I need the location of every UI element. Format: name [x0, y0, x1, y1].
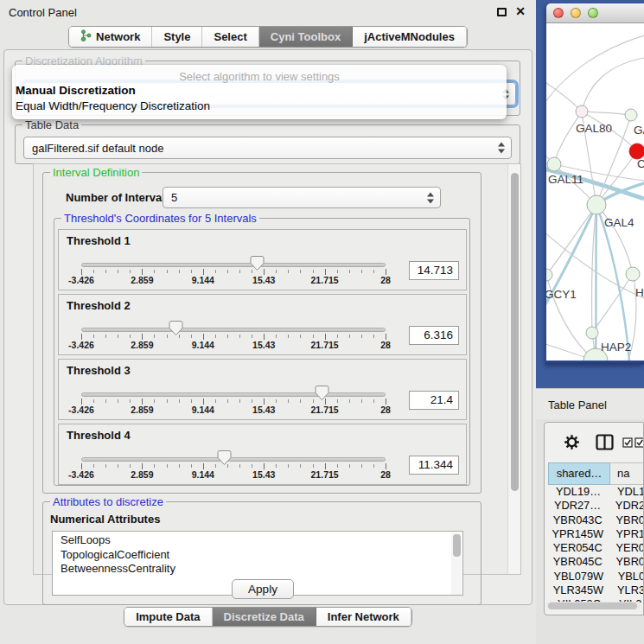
scrollbar-thumb[interactable]: [511, 173, 519, 491]
column-header-name[interactable]: na: [610, 462, 644, 485]
algorithm-dropdown-popup: Select algorithm to view settings Manual…: [12, 65, 507, 119]
node-gal4[interactable]: [587, 195, 606, 214]
attribute-list-item[interactable]: BetweennessCentrality: [61, 562, 462, 577]
tab-segment[interactable]: Network: [69, 27, 152, 47]
slider-track[interactable]: [81, 392, 386, 397]
scrollbar-thumb[interactable]: [548, 603, 637, 609]
slider-track[interactable]: [81, 457, 386, 462]
threshold-panel: Threshold 4 -3.4262.8599.14415.4321.7152…: [58, 424, 467, 485]
label-gal11: GAL11: [548, 173, 583, 186]
table-row[interactable]: YBR043C YBR0: [548, 513, 644, 527]
tab-label: Select: [214, 30, 246, 43]
thresholds-group: Threshold's Coordinates for 5 Intervals …: [54, 218, 470, 486]
table-panel-titlebar: Table Panel: [536, 388, 644, 419]
split-columns-icon[interactable]: [596, 434, 614, 450]
mode-tab-label: Infer Network: [328, 610, 399, 623]
table-horizontal-scrollbar[interactable]: [547, 602, 641, 609]
desktop-background: GAL80 GA C GAL11 GAL4 GCY1 H HAP2: [536, 0, 644, 388]
table-data-group: Table Data galFiltered.sif default node: [15, 124, 520, 164]
interval-definition-group: Interval Definition Number of Intervals …: [42, 172, 481, 494]
table-rows: YDL19… YDL1 YDR27… YDR2 YBR043C YBR0: [548, 485, 644, 603]
threshold-panel: Threshold 1 -3.4262.8599.14415.4321.7152…: [58, 229, 467, 290]
table-data-selected-value: galFiltered.sif default node: [32, 142, 163, 155]
threshold-panel: Threshold 2 -3.4262.8599.14415.4321.7152…: [58, 294, 467, 355]
table-row[interactable]: YER054C YER0: [548, 541, 644, 555]
algorithm-option-equal-width[interactable]: Equal Width/Frequency Discretization: [12, 99, 507, 114]
column-header-shared-name[interactable]: shared…: [548, 462, 610, 485]
gear-icon[interactable]: [564, 434, 580, 450]
scrollbar-thumb[interactable]: [453, 534, 461, 557]
cell-shared-name: YPR145W: [548, 527, 608, 541]
node-gal11[interactable]: [547, 157, 561, 171]
apply-button[interactable]: Apply: [232, 579, 294, 599]
table-panel-body: shared… na YDL19… YDL1 YDR27… YDR2 Y: [536, 419, 644, 644]
label-gal4: GAL4: [604, 216, 634, 229]
label-gcy1: GCY1: [546, 288, 577, 301]
attribute-list-item[interactable]: SelfLoops: [61, 533, 462, 548]
attribute-list-item[interactable]: TopologicalCoefficient: [61, 548, 462, 563]
threshold-panel: Threshold 3 -3.4262.8599.14415.4321.7152…: [58, 359, 467, 420]
app-root: Control Panel ✕ Network Style Select: [0, 0, 644, 644]
table-row[interactable]: YBL079W YBL0: [548, 570, 644, 583]
cell-name: YPR1: [608, 527, 644, 541]
network-window-titlebar[interactable]: [546, 3, 644, 23]
slider-track[interactable]: [81, 328, 386, 332]
interval-definition-label: Interval Definition: [50, 166, 142, 179]
label-c: C: [637, 157, 644, 170]
checkbox-pair-icon[interactable]: [622, 437, 644, 448]
table-data-combobox[interactable]: galFiltered.sif default node: [23, 137, 512, 159]
numerical-attributes-label: Numerical Attributes: [50, 513, 160, 526]
network-view-window: GAL80 GA C GAL11 GAL4 GCY1 H HAP2: [546, 3, 644, 365]
cyni-mode-tabs: Impute Data Discretize Data Infer Networ…: [0, 607, 536, 627]
tab-segment[interactable]: Cyni Toolbox: [259, 27, 353, 47]
threshold-value-field[interactable]: 14.713: [409, 261, 459, 280]
table-row[interactable]: YDL19… YDL1: [548, 485, 644, 499]
tab-segment[interactable]: Style: [152, 27, 202, 47]
network-canvas[interactable]: GAL80 GA C GAL11 GAL4 GCY1 H HAP2: [546, 23, 644, 360]
cell-shared-name: YDR27…: [548, 499, 607, 513]
node-gcy1[interactable]: [546, 269, 552, 281]
zoom-traffic-light-icon[interactable]: [588, 8, 598, 18]
tab-segment[interactable]: jActiveMNodules: [353, 27, 467, 47]
number-of-intervals-combobox[interactable]: 5: [163, 187, 441, 208]
slider-handle[interactable]: [315, 385, 329, 401]
threshold-value-field[interactable]: 21.4: [409, 391, 459, 410]
slider-handle[interactable]: [250, 255, 265, 271]
close-traffic-light-icon[interactable]: [553, 8, 564, 18]
control-panel-title: Control Panel: [9, 6, 77, 19]
settings-scrollbar[interactable]: [507, 164, 520, 574]
threshold-value-field[interactable]: 6.316: [409, 326, 459, 345]
mode-tab-segment[interactable]: Discretize Data: [213, 608, 316, 626]
slider-tick-labels: -3.4262.8599.14415.4321.71528: [81, 469, 386, 480]
settings-scrollpane: Interval Definition Number of Intervals …: [33, 163, 521, 575]
node-gal80[interactable]: [576, 105, 588, 118]
threshold-value-field[interactable]: 11.344: [409, 456, 459, 475]
table-row[interactable]: YDR27… YDR2: [548, 499, 644, 513]
algorithm-option-manual[interactable]: Manual Discretization: [12, 83, 507, 99]
close-icon[interactable]: ✕: [515, 4, 526, 18]
tab-segment[interactable]: Select: [202, 27, 258, 47]
mode-tab-segment[interactable]: Infer Network: [316, 608, 411, 626]
table-row[interactable]: YBR045C YBR0: [548, 555, 644, 569]
table-panel-toolbar: [545, 423, 643, 461]
cell-shared-name: YBR045C: [548, 555, 608, 569]
tab-label: jActiveMNodules: [364, 30, 455, 43]
node-hap2[interactable]: [586, 327, 598, 339]
cell-name: YER0: [608, 541, 644, 555]
table-row[interactable]: YLR345W YLR3: [548, 583, 644, 597]
threshold-label: Threshold 1: [67, 234, 131, 247]
attributes-list-scrollbar[interactable]: [451, 532, 462, 596]
slider-tick-labels: -3.4262.8599.14415.4321.71528: [81, 275, 386, 285]
number-of-intervals-value: 5: [171, 191, 177, 204]
combo-arrows-icon: [427, 192, 434, 203]
minimize-traffic-light-icon[interactable]: [571, 8, 581, 18]
mode-tab-segment[interactable]: Impute Data: [124, 608, 212, 626]
slider-handle[interactable]: [169, 320, 183, 336]
slider-handle[interactable]: [217, 450, 232, 466]
float-window-icon[interactable]: [497, 8, 507, 16]
node-top-right[interactable]: [625, 109, 637, 121]
tab-label: Network: [96, 30, 140, 43]
slider-track[interactable]: [81, 263, 386, 267]
table-row[interactable]: YPR145W YPR1: [548, 527, 644, 541]
node-h[interactable]: [626, 267, 640, 281]
